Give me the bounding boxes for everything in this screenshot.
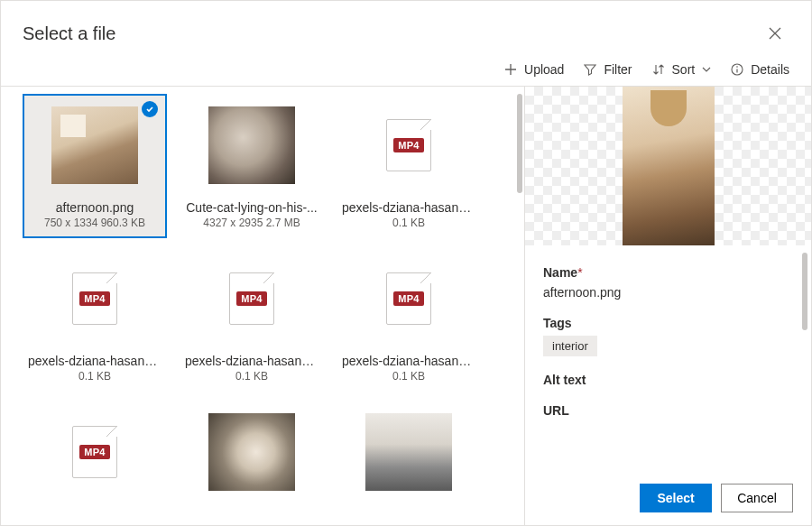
dialog-header: Select a file [1, 1, 811, 55]
video-file-icon: MP4 [72, 272, 117, 325]
filter-icon [584, 63, 596, 76]
chevron-down-icon [702, 65, 711, 74]
file-card[interactable] [180, 401, 324, 500]
grid-scrollbar[interactable] [517, 94, 522, 193]
selected-check-icon [142, 101, 158, 117]
sort-icon [652, 63, 665, 76]
dialog-body: afternoon.png750 x 1334 960.3 KBCute-cat… [1, 87, 811, 525]
dialog-title: Select a file [23, 23, 115, 44]
file-card[interactable]: Cute-cat-lying-on-his-...4327 x 2935 2.7… [180, 94, 324, 238]
image-thumbnail [208, 106, 295, 184]
tags-label: Tags [543, 316, 789, 330]
video-file-icon: MP4 [229, 272, 274, 325]
file-meta: 750 x 1334 960.3 KB [44, 217, 145, 229]
file-meta: 0.1 KB [235, 370, 268, 383]
file-thumbnail: MP4 [51, 260, 138, 337]
sort-button[interactable]: Sort [652, 62, 712, 77]
file-card[interactable]: MP4pexels-dziana-hasanb...0.1 KB [23, 247, 167, 392]
url-row: URL [543, 403, 789, 418]
mp4-badge: MP4 [79, 445, 110, 459]
details-scrollbar[interactable] [802, 253, 807, 330]
preview-area [525, 87, 811, 245]
image-thumbnail [365, 413, 452, 491]
file-thumbnail: MP4 [365, 106, 452, 184]
file-thumbnail [208, 413, 295, 491]
file-meta: 0.1 KB [392, 217, 425, 229]
toolbar: Upload Filter Sort Details [1, 55, 811, 87]
mp4-badge: MP4 [79, 291, 110, 306]
file-name: Cute-cat-lying-on-his-... [185, 200, 318, 215]
file-thumbnail: MP4 [208, 260, 295, 337]
name-label: Name* [543, 265, 789, 280]
cancel-button[interactable]: Cancel [721, 484, 793, 512]
details-panel: Name* afternoon.png Tags interior Alt te… [524, 87, 811, 525]
file-name: pexels-dziana-hasanb... [342, 354, 475, 368]
file-card[interactable]: MP4pexels-dziana-hasanb...0.1 KB [337, 247, 481, 392]
file-card[interactable]: MP4 [23, 401, 167, 500]
details-fields: Name* afternoon.png Tags interior Alt te… [525, 245, 811, 473]
file-grid-wrap: afternoon.png750 x 1334 960.3 KBCute-cat… [1, 87, 524, 525]
mp4-badge: MP4 [236, 291, 267, 306]
video-file-icon: MP4 [72, 426, 117, 478]
name-row: Name* afternoon.png [543, 265, 789, 300]
file-meta: 0.1 KB [78, 370, 111, 383]
file-thumbnail: MP4 [51, 413, 138, 491]
file-card[interactable]: afternoon.png750 x 1334 960.3 KB [23, 94, 167, 238]
tag-chip[interactable]: interior [543, 336, 597, 356]
select-button[interactable]: Select [640, 484, 712, 512]
file-thumbnail [208, 106, 295, 184]
image-thumbnail [51, 106, 138, 184]
file-name: pexels-dziana-hasanb... [342, 200, 475, 215]
file-picker-dialog: Select a file Upload Filter Sort Details… [0, 0, 812, 526]
file-card[interactable] [337, 401, 481, 500]
file-thumbnail [51, 106, 138, 184]
preview-image [623, 87, 715, 245]
file-meta: 0.1 KB [392, 370, 425, 383]
close-button[interactable] [761, 19, 789, 48]
alt-text-label: Alt text [543, 373, 789, 387]
file-card[interactable]: MP4pexels-dziana-hasanb...0.1 KB [180, 247, 324, 392]
mp4-badge: MP4 [393, 291, 424, 306]
file-meta: 4327 x 2935 2.7 MB [203, 217, 300, 229]
file-thumbnail [365, 413, 452, 491]
alt-text-row: Alt text [543, 373, 789, 387]
details-button[interactable]: Details [731, 62, 789, 77]
file-name: pexels-dziana-hasanb... [185, 354, 318, 368]
upload-label: Upload [524, 62, 564, 77]
file-grid: afternoon.png750 x 1334 960.3 KBCute-cat… [23, 94, 524, 525]
details-label: Details [751, 62, 789, 77]
file-thumbnail: MP4 [365, 260, 452, 337]
file-card[interactable]: MP4pexels-dziana-hasanb...0.1 KB [337, 94, 481, 238]
close-icon [769, 27, 781, 40]
url-label: URL [543, 403, 789, 418]
name-value[interactable]: afternoon.png [543, 285, 789, 300]
filter-button[interactable]: Filter [584, 62, 632, 77]
video-file-icon: MP4 [386, 119, 431, 171]
svg-point-1 [736, 66, 738, 68]
upload-button[interactable]: Upload [504, 62, 564, 77]
file-name: afternoon.png [28, 200, 161, 215]
image-thumbnail [208, 413, 295, 491]
video-file-icon: MP4 [386, 272, 431, 325]
file-name: pexels-dziana-hasanb... [28, 354, 161, 368]
plus-icon [504, 63, 517, 76]
sort-label: Sort [672, 62, 696, 77]
mp4-badge: MP4 [393, 138, 424, 152]
dialog-footer: Select Cancel [525, 473, 811, 525]
tags-row: Tags interior [543, 316, 789, 356]
filter-label: Filter [604, 62, 632, 77]
info-icon [731, 63, 743, 76]
